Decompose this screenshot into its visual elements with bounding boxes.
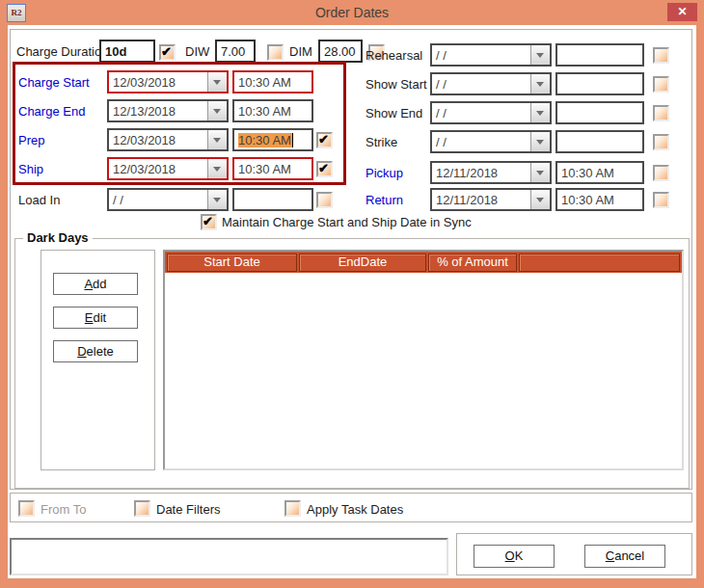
table-header-row: Start Date EndDate % of Amount [165, 252, 682, 273]
load-in-label: Load In [18, 193, 60, 207]
show-start-date-combo[interactable]: / / [430, 72, 552, 95]
chevron-down-icon[interactable] [207, 101, 227, 120]
ok-button[interactable]: OK [474, 545, 555, 568]
column-header-filler [519, 254, 680, 272]
chevron-down-icon[interactable] [530, 45, 550, 65]
prep-date-combo[interactable]: 12/03/2018 [107, 128, 229, 151]
diw-checkbox[interactable] [267, 44, 284, 61]
pickup-date-value: 12/11/2018 [436, 166, 498, 180]
show-start-label: Show Start [366, 77, 427, 92]
date-filters-checkbox[interactable] [134, 500, 150, 517]
dark-days-table[interactable]: Start Date EndDate % of Amount [163, 250, 684, 470]
pickup-checkbox[interactable] [653, 165, 669, 181]
prep-label: Prep [18, 133, 44, 147]
strike-date-combo[interactable]: / / [430, 130, 552, 153]
dim-input[interactable]: 28.00 [318, 40, 363, 63]
pickup-date-combo[interactable]: 12/11/2018 [430, 161, 552, 184]
chevron-down-icon[interactable] [530, 103, 550, 122]
show-end-checkbox[interactable] [653, 105, 669, 121]
strike-label: Strike [366, 135, 397, 149]
chevron-down-icon[interactable] [207, 72, 227, 92]
pickup-label: Pickup [366, 166, 403, 180]
charge-end-date-combo[interactable]: 12/13/2018 [107, 99, 229, 122]
note-input[interactable] [10, 538, 448, 575]
load-in-date-combo[interactable]: / / [107, 188, 229, 211]
charge-duration-checkbox[interactable] [159, 44, 176, 61]
charge-duration-input[interactable]: 10d [99, 40, 155, 63]
strike-checkbox[interactable] [653, 134, 669, 150]
return-label: Return [366, 193, 403, 207]
window-title: Order Dates [0, 0, 704, 25]
show-end-date-combo[interactable]: / / [430, 101, 552, 124]
show-end-label: Show End [366, 106, 422, 120]
charge-start-date-value: 12/03/2018 [113, 75, 176, 90]
edit-button[interactable]: Edit [53, 307, 138, 329]
prep-time-field[interactable]: 10:30 AM [232, 128, 313, 151]
column-header-percent-amount[interactable]: % of Amount [428, 254, 517, 272]
delete-button[interactable]: Delete [53, 340, 138, 362]
dim-label: DIM [289, 44, 312, 59]
close-button[interactable]: ✕ [667, 3, 697, 21]
return-date-combo[interactable]: 12/11/2018 [430, 188, 552, 211]
date-filters-label: Date Filters [156, 502, 220, 517]
return-time-field[interactable]: 10:30 AM [555, 188, 644, 211]
charge-end-date-value: 12/13/2018 [113, 104, 176, 119]
chevron-down-icon[interactable] [530, 74, 550, 94]
ship-label: Ship [18, 162, 43, 176]
load-in-time-field[interactable] [232, 188, 313, 211]
chevron-down-icon[interactable] [530, 132, 550, 151]
ship-checkbox[interactable] [316, 161, 333, 177]
charge-start-time-field[interactable]: 10:30 AM [232, 70, 313, 94]
close-icon: ✕ [677, 5, 687, 18]
apply-task-dates-checkbox[interactable] [284, 500, 301, 517]
title-bar[interactable]: R2 Order Dates ✕ [0, 0, 704, 25]
rehearsal-date-combo[interactable]: / / [430, 43, 552, 67]
dialog-content: Charge Duration 10d DIW 7.00 DIM 28.00 C… [8, 25, 696, 578]
chevron-down-icon[interactable] [207, 159, 227, 178]
strike-time-field[interactable] [555, 130, 644, 153]
from-to-label: From To [41, 502, 86, 517]
form-panel: Charge Duration 10d DIW 7.00 DIM 28.00 C… [10, 29, 692, 490]
filters-panel: From To Date Filters Apply Task Dates [10, 493, 692, 522]
order-dates-dialog: R2 Order Dates ✕ Charge Duration 10d DIW… [0, 0, 704, 588]
chevron-down-icon[interactable] [207, 190, 227, 209]
column-header-start-date[interactable]: Start Date [167, 254, 297, 272]
column-header-end-date[interactable]: EndDate [299, 254, 426, 272]
charge-end-time-field[interactable]: 10:30 AM [232, 99, 313, 122]
dark-days-group: Dark Days Add Edit Delete Start Date End… [14, 238, 690, 489]
show-end-time-field[interactable] [555, 101, 644, 124]
add-button[interactable]: Add [53, 273, 138, 295]
from-to-checkbox [18, 500, 35, 517]
diw-input[interactable]: 7.00 [215, 40, 256, 63]
show-start-checkbox[interactable] [653, 76, 669, 93]
ship-time-field[interactable]: 10:30 AM [232, 157, 313, 180]
prep-time-selected-text: 10:30 AM [238, 133, 293, 147]
charge-start-label: Charge Start [18, 75, 90, 90]
load-in-checkbox[interactable] [316, 192, 333, 208]
prep-checkbox[interactable] [316, 132, 333, 148]
ship-date-combo[interactable]: 12/03/2018 [107, 157, 229, 180]
load-in-date-value: / / [113, 193, 123, 207]
diw-label: DIW [185, 44, 209, 59]
show-end-date-value: / / [436, 106, 447, 120]
rehearsal-date-value: / / [436, 48, 447, 63]
return-checkbox[interactable] [653, 192, 669, 208]
dark-days-title: Dark Days [23, 230, 93, 245]
cancel-button[interactable]: Cancel [584, 545, 665, 568]
dark-days-buttons-panel: Add Edit Delete [41, 250, 155, 470]
rehearsal-checkbox[interactable] [653, 47, 669, 64]
strike-date-value: / / [436, 135, 447, 149]
charge-duration-label: Charge Duration [16, 44, 108, 59]
chevron-down-icon[interactable] [530, 163, 550, 182]
charge-end-label: Charge End [18, 104, 85, 119]
chevron-down-icon[interactable] [207, 130, 227, 149]
show-start-date-value: / / [436, 77, 447, 92]
sync-checkbox[interactable] [201, 214, 217, 230]
chevron-down-icon[interactable] [530, 190, 550, 209]
pickup-time-field[interactable]: 10:30 AM [555, 161, 644, 184]
footer-buttons-panel: OK Cancel [456, 533, 692, 575]
charge-start-date-combo[interactable]: 12/03/2018 [107, 70, 229, 94]
sync-checkbox-label: Maintain Charge Start and Ship Date in S… [222, 215, 472, 229]
show-start-time-field[interactable] [555, 72, 644, 95]
rehearsal-time-field[interactable] [555, 43, 644, 67]
